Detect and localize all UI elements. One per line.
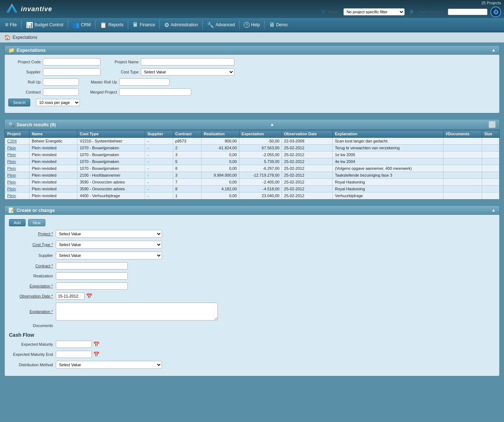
filter-label: Filter : bbox=[328, 10, 341, 14]
file-icon: ≡ bbox=[5, 22, 8, 28]
project-name-input[interactable] bbox=[141, 58, 234, 65]
cell-cost-type: 1070 - Bouwrijpmaken bbox=[77, 158, 145, 165]
create-cost-type-select[interactable]: Select Value bbox=[56, 241, 162, 249]
nav-sep-8 bbox=[264, 21, 265, 29]
cost-type-select[interactable]: Select Value bbox=[141, 68, 234, 76]
nav-crm[interactable]: 👥 CRM bbox=[69, 18, 94, 32]
cell-expectation: 67.563,00 bbox=[239, 145, 282, 151]
create-observation-date-input[interactable] bbox=[56, 292, 85, 300]
project-name-group: Project Name bbox=[106, 58, 234, 65]
nav-file[interactable]: ≡ File bbox=[1, 18, 21, 32]
search-results-header[interactable]: 🔍 Search results (9) ▲ bbox=[4, 119, 500, 130]
cell-supplier: - bbox=[145, 138, 173, 145]
cell-documents bbox=[444, 172, 482, 179]
cell-project[interactable]: C204 bbox=[5, 138, 30, 145]
finance-icon: 🖩 bbox=[132, 22, 138, 28]
create-project-select[interactable]: Select Value bbox=[56, 230, 162, 238]
cell-explanation: Terug te verwachten van verzekering bbox=[333, 145, 444, 151]
form-row-2: Supplier Cost Type Select Value bbox=[8, 68, 496, 76]
expected-maturity-calendar-button[interactable]: 📅 bbox=[93, 341, 99, 347]
cell-project[interactable]: Plein bbox=[5, 145, 30, 151]
table-row: Plein Plein revisited 2100 - Hoofdaannem… bbox=[5, 172, 499, 179]
expected-maturity-input[interactable] bbox=[56, 341, 92, 348]
contract-input[interactable] bbox=[43, 89, 79, 96]
nav-sep-6 bbox=[202, 21, 203, 29]
nav-reports-label: Reports bbox=[108, 22, 123, 27]
create-change-header[interactable]: 📝 Create or change ▲ bbox=[4, 205, 500, 215]
cell-name: Plein revisited bbox=[30, 186, 77, 192]
cell-project[interactable]: Plein bbox=[5, 151, 30, 158]
cell-contract: 5 bbox=[173, 158, 201, 165]
nav-sep-2 bbox=[68, 21, 68, 29]
cell-project[interactable]: Plein bbox=[5, 186, 30, 192]
cell-supplier: - bbox=[145, 172, 173, 179]
expectations-section-header[interactable]: 📁 Expectations ▲ bbox=[4, 45, 500, 55]
results-table: Project Name Cost Type Supplier Contract… bbox=[5, 130, 499, 199]
nav-crm-label: CRM bbox=[81, 22, 91, 27]
logo-icon bbox=[3, 2, 21, 16]
create-explanation-textarea[interactable] bbox=[56, 303, 218, 321]
form-row-3: Roll Up Master Roll Up bbox=[8, 78, 496, 86]
nav-administration[interactable]: ⚙ Administration bbox=[161, 18, 202, 32]
table-row: Plein Plein revisited 1070 - Bouwrijpmak… bbox=[5, 151, 499, 158]
create-supplier-select[interactable]: Select Value bbox=[56, 251, 162, 259]
cost-type-group: Cost Type Select Value bbox=[106, 68, 234, 76]
cell-project[interactable]: Plein bbox=[5, 179, 30, 186]
rows-per-page-select[interactable]: 10 rows per page 25 rows per page 50 row… bbox=[36, 99, 80, 106]
cell-project[interactable]: Plein bbox=[5, 172, 30, 179]
create-change-collapse[interactable]: ▲ bbox=[491, 208, 496, 213]
search-button[interactable]: Search bbox=[8, 99, 30, 106]
create-contract-row: Contract * bbox=[9, 262, 495, 269]
merged-project-input[interactable] bbox=[119, 89, 191, 96]
expected-maturity-end-calendar-button[interactable]: 📅 bbox=[93, 351, 99, 357]
supplier-input[interactable] bbox=[43, 68, 100, 76]
roll-up-input[interactable] bbox=[43, 78, 79, 86]
distribution-method-select[interactable]: Select Value bbox=[56, 361, 162, 369]
cell-project[interactable]: Plein bbox=[5, 192, 30, 199]
filter-select[interactable]: No project specific filter bbox=[343, 8, 405, 15]
cell-contract: 2 bbox=[173, 145, 201, 151]
collapse-icon[interactable]: ▲ bbox=[491, 47, 496, 53]
new-button[interactable]: New bbox=[28, 219, 45, 226]
reports-icon: 📋 bbox=[100, 22, 107, 28]
cell-project[interactable]: Plein bbox=[5, 165, 30, 172]
nav-help[interactable]: ? Help bbox=[240, 18, 264, 32]
expectations-section-icon: 📁 bbox=[8, 47, 14, 53]
time-travel-input[interactable] bbox=[448, 9, 487, 15]
cell-observation-date: 25-02-2012 bbox=[282, 186, 333, 192]
master-roll-up-label: Master Roll Up bbox=[85, 80, 117, 84]
cell-explanation: Royal Haskoning bbox=[333, 186, 444, 192]
nav-advanced[interactable]: 🔧 Advanced bbox=[203, 18, 238, 32]
nav-budget-control[interactable]: 📊 Budget Control bbox=[22, 18, 67, 32]
col-name: Name bbox=[30, 130, 77, 138]
cell-documents bbox=[444, 192, 482, 199]
cell-project[interactable]: Plein bbox=[5, 158, 30, 165]
roll-up-group: Roll Up bbox=[8, 78, 79, 86]
nav-reports[interactable]: 📋 Reports bbox=[96, 18, 127, 32]
power-button[interactable]: ⏻ bbox=[490, 6, 501, 17]
projects-count: 25 Projects bbox=[481, 1, 501, 5]
cell-supplier: - bbox=[145, 186, 173, 192]
col-supplier: Supplier bbox=[145, 130, 173, 138]
project-code-input[interactable] bbox=[43, 58, 100, 65]
cell-realization: 9.984.000,00 bbox=[201, 172, 239, 179]
create-contract-input[interactable] bbox=[56, 262, 128, 269]
col-realization: Realization bbox=[201, 130, 239, 138]
nav-finance[interactable]: 🖩 Finance bbox=[129, 18, 159, 32]
add-button[interactable]: Add bbox=[9, 219, 26, 226]
advanced-icon: 🔧 bbox=[207, 22, 214, 28]
search-results-collapse[interactable]: ▲ bbox=[270, 122, 274, 127]
create-expectation-input[interactable] bbox=[56, 282, 128, 290]
cell-expectation: -50,00 bbox=[239, 138, 282, 145]
create-expectation-row: Expectation * bbox=[9, 282, 495, 290]
master-roll-up-input[interactable] bbox=[119, 78, 170, 86]
create-realization-input[interactable] bbox=[56, 272, 128, 280]
cell-explanation: Royal Haskoning bbox=[333, 179, 444, 186]
create-change-body: Add New Project * Select Value Cost Type… bbox=[4, 215, 500, 376]
cell-supplier: - bbox=[145, 179, 173, 186]
expected-maturity-end-row: Expected Maturity End 📅 bbox=[9, 351, 495, 358]
nav-demo[interactable]: 🖥 Demo bbox=[265, 18, 291, 32]
create-buttons-row: Add New bbox=[9, 219, 495, 226]
observation-date-calendar-button[interactable]: 📅 bbox=[86, 293, 92, 299]
expected-maturity-end-input[interactable] bbox=[56, 351, 92, 358]
